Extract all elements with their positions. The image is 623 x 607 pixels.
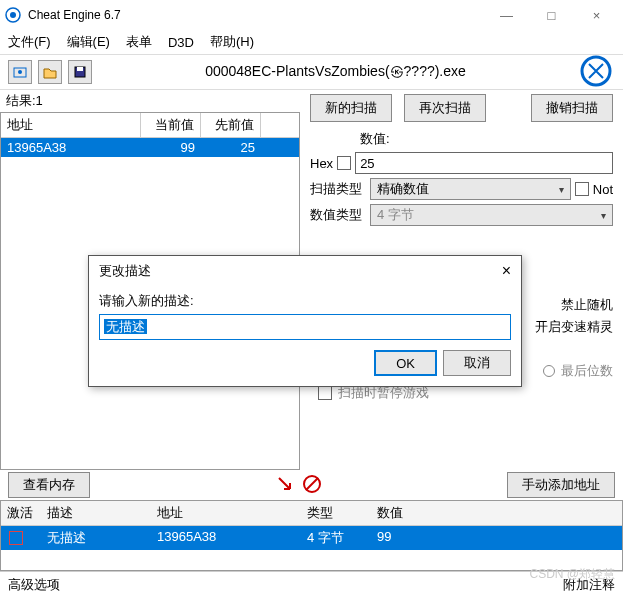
cell-current: 99 [141, 138, 201, 157]
last-digits-label: 最后位数 [561, 362, 613, 380]
cell-addr: 13965A38 [151, 526, 301, 550]
pause-scan-checkbox[interactable] [318, 386, 332, 400]
cell-value: 99 [371, 526, 471, 550]
not-label: Not [593, 182, 613, 197]
description-input[interactable]: 无描述 [99, 314, 511, 340]
col-address[interactable]: 地址 [1, 113, 141, 137]
svg-rect-5 [77, 67, 83, 71]
menu-table[interactable]: 表单 [126, 33, 152, 51]
chevron-down-icon: ▾ [601, 210, 606, 221]
advanced-options[interactable]: 高级选项 [8, 576, 60, 594]
maximize-button[interactable]: □ [529, 1, 574, 29]
svg-point-1 [10, 12, 16, 18]
add-to-list-icon[interactable] [276, 475, 294, 496]
cancel-button[interactable]: 取消 [443, 350, 511, 376]
cell-desc: 无描述 [41, 526, 151, 550]
cell-previous: 25 [201, 138, 261, 157]
menu-help[interactable]: 帮助(H) [210, 33, 254, 51]
open-process-icon[interactable] [8, 60, 32, 84]
stop-icon[interactable] [302, 474, 322, 497]
window-title: Cheat Engine 6.7 [28, 8, 484, 22]
ok-button[interactable]: OK [374, 350, 437, 376]
toolbar: 000048EC-PlantsVsZombies(㉿????).exe [0, 54, 623, 90]
address-list: 激活 描述 地址 类型 数值 无描述 13965A38 4 字节 99 [0, 500, 623, 571]
view-memory-button[interactable]: 查看内存 [8, 472, 90, 498]
results-count: 结果:1 [0, 90, 300, 112]
chevron-down-icon: ▾ [559, 184, 564, 195]
new-scan-button[interactable]: 新的扫描 [310, 94, 392, 122]
app-icon [4, 6, 22, 24]
results-row[interactable]: 13965A38 99 25 [1, 138, 299, 157]
menu-bar: 文件(F) 编辑(E) 表单 D3D 帮助(H) [0, 30, 623, 54]
dialog-prompt: 请输入新的描述: [99, 292, 511, 310]
change-description-dialog: 更改描述 × 请输入新的描述: 无描述 OK 取消 [88, 255, 522, 387]
process-name: 000048EC-PlantsVsZombies(㉿????).exe [98, 63, 573, 81]
value-type-select[interactable]: 4 字节▾ [370, 204, 613, 226]
open-file-icon[interactable] [38, 60, 62, 84]
last-digits-radio[interactable] [543, 365, 555, 377]
col-current[interactable]: 当前值 [141, 113, 201, 137]
enable-speed-label: 开启变速精灵 [535, 318, 613, 336]
hex-label: Hex [310, 156, 333, 171]
address-row[interactable]: 无描述 13965A38 4 字节 99 [1, 526, 622, 550]
ce-logo-icon [579, 54, 615, 90]
rescan-button[interactable]: 再次扫描 [404, 94, 486, 122]
close-button[interactable]: × [574, 1, 619, 29]
active-checkbox[interactable] [9, 531, 23, 545]
save-icon[interactable] [68, 60, 92, 84]
col-type[interactable]: 类型 [301, 501, 371, 525]
undo-scan-button[interactable]: 撤销扫描 [531, 94, 613, 122]
menu-d3d[interactable]: D3D [168, 35, 194, 50]
col-value[interactable]: 数值 [371, 501, 471, 525]
value-input[interactable] [355, 152, 613, 174]
minimize-button[interactable]: — [484, 1, 529, 29]
watermark: CSDN @郑轻慧 [529, 566, 615, 583]
scan-type-select[interactable]: 精确数值▾ [370, 178, 571, 200]
dialog-title: 更改描述 [99, 262, 151, 280]
cell-address: 13965A38 [1, 138, 141, 157]
menu-file[interactable]: 文件(F) [8, 33, 51, 51]
disable-random-label: 禁止随机 [561, 296, 613, 314]
svg-line-8 [306, 478, 318, 490]
hex-checkbox[interactable] [337, 156, 351, 170]
not-checkbox[interactable] [575, 182, 589, 196]
bottom-toolbar: 查看内存 手动添加地址 [0, 470, 623, 500]
title-bar: Cheat Engine 6.7 — □ × [0, 0, 623, 30]
add-manual-button[interactable]: 手动添加地址 [507, 472, 615, 498]
col-previous[interactable]: 先前值 [201, 113, 261, 137]
menu-edit[interactable]: 编辑(E) [67, 33, 110, 51]
value-type-label: 数值类型 [310, 206, 366, 224]
scan-type-label: 扫描类型 [310, 180, 366, 198]
col-desc[interactable]: 描述 [41, 501, 151, 525]
dialog-close-icon[interactable]: × [502, 262, 511, 280]
cell-type: 4 字节 [301, 526, 371, 550]
svg-point-3 [18, 70, 22, 74]
col-addr[interactable]: 地址 [151, 501, 301, 525]
value-label: 数值: [360, 130, 613, 148]
col-active[interactable]: 激活 [1, 501, 41, 525]
